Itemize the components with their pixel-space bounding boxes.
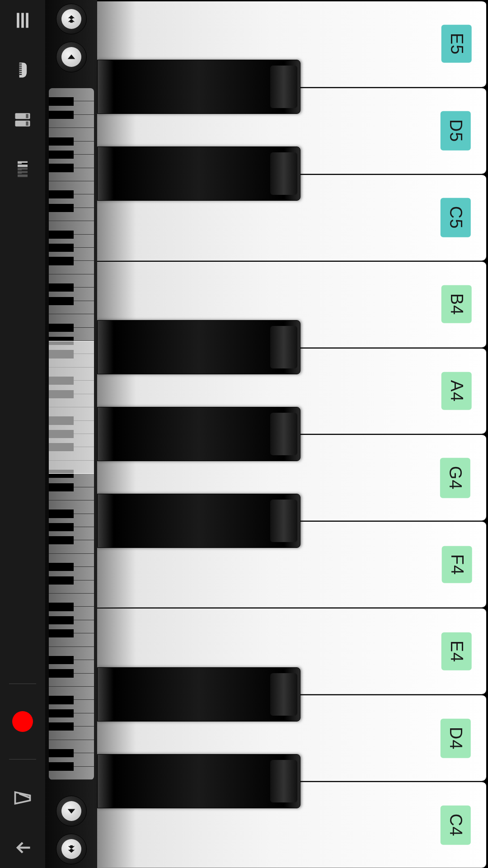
piano-keyboard: C4D4E4F4G4A4B4C5D5E5 bbox=[97, 0, 488, 868]
divider bbox=[9, 684, 36, 684]
svg-rect-6 bbox=[19, 70, 22, 71]
mini-black-key bbox=[49, 190, 74, 198]
mini-black-key bbox=[49, 603, 74, 611]
mini-white-key bbox=[49, 726, 94, 740]
menu-icon[interactable] bbox=[11, 9, 34, 32]
toolbar bbox=[0, 0, 45, 868]
mini-black-key bbox=[49, 244, 74, 252]
chevron-down-icon bbox=[61, 801, 81, 821]
double-chevron-down-icon bbox=[61, 839, 81, 859]
sound-preset-icon[interactable] bbox=[11, 108, 34, 131]
mini-black-key bbox=[49, 656, 74, 664]
svg-rect-5 bbox=[19, 68, 22, 69]
mini-white-key bbox=[49, 261, 94, 274]
svg-rect-17 bbox=[18, 175, 28, 177]
scroll-down-button[interactable] bbox=[56, 796, 87, 826]
keyboard-navigator[interactable] bbox=[49, 88, 94, 780]
mini-white-key bbox=[49, 208, 94, 221]
svg-rect-0 bbox=[26, 13, 28, 28]
svg-rect-4 bbox=[19, 66, 22, 67]
key-label: A4 bbox=[441, 372, 471, 410]
mini-black-key bbox=[49, 137, 74, 146]
mini-black-key bbox=[49, 231, 74, 239]
instrument-piano-icon[interactable] bbox=[11, 59, 34, 81]
toolbar-top-group bbox=[11, 9, 34, 181]
record-button[interactable] bbox=[12, 711, 33, 732]
svg-rect-11 bbox=[26, 114, 28, 118]
navigation-column bbox=[45, 0, 97, 868]
keyboard-mode-icon[interactable] bbox=[11, 158, 34, 181]
divider bbox=[9, 759, 36, 760]
svg-rect-14 bbox=[18, 165, 28, 167]
key-label: E5 bbox=[441, 25, 471, 63]
mini-white-key bbox=[49, 487, 94, 500]
octave-down-fast-button[interactable] bbox=[56, 834, 87, 864]
black-key-above-F4[interactable] bbox=[97, 494, 300, 547]
mini-white-key bbox=[49, 168, 94, 181]
black-key-above-C4[interactable] bbox=[97, 754, 300, 808]
key-label: F4 bbox=[441, 546, 472, 583]
mini-black-key bbox=[49, 722, 74, 731]
toolbar-bottom-group bbox=[9, 684, 36, 859]
svg-rect-18 bbox=[22, 163, 28, 164]
octave-up-fast-button[interactable] bbox=[56, 4, 87, 34]
download-icon[interactable] bbox=[11, 836, 34, 859]
mini-black-key bbox=[49, 523, 74, 531]
black-key-above-D5[interactable] bbox=[97, 60, 300, 113]
key-label: C4 bbox=[441, 805, 471, 844]
mini-black-key bbox=[49, 111, 74, 119]
black-key-above-D4[interactable] bbox=[97, 667, 300, 721]
mini-black-key bbox=[49, 669, 74, 677]
mini-black-key bbox=[49, 616, 74, 624]
key-label: G4 bbox=[440, 458, 470, 498]
mini-white-key bbox=[49, 540, 94, 553]
svg-rect-19 bbox=[22, 170, 28, 171]
double-chevron-up-icon bbox=[61, 9, 81, 29]
key-label: B4 bbox=[441, 285, 471, 323]
navigator-viewport-highlight[interactable] bbox=[49, 341, 94, 474]
mini-black-key bbox=[49, 749, 74, 757]
mini-white-key bbox=[49, 115, 94, 128]
svg-rect-3 bbox=[19, 63, 22, 65]
mini-black-key bbox=[49, 297, 74, 305]
mini-black-key bbox=[49, 576, 74, 585]
mini-white-key bbox=[49, 580, 94, 594]
key-label: D4 bbox=[441, 718, 471, 758]
mini-white-key bbox=[49, 767, 94, 780]
svg-rect-2 bbox=[17, 13, 19, 28]
mini-black-key bbox=[49, 204, 74, 212]
mini-black-key bbox=[49, 283, 74, 292]
key-label: E4 bbox=[441, 632, 471, 670]
key-label: C5 bbox=[441, 198, 471, 237]
black-key-above-C5[interactable] bbox=[97, 146, 300, 200]
mini-black-key bbox=[49, 563, 74, 571]
mini-white-key bbox=[49, 301, 94, 314]
mini-white-key bbox=[49, 633, 94, 646]
svg-rect-7 bbox=[19, 72, 22, 73]
black-key-above-G4[interactable] bbox=[97, 407, 300, 461]
svg-rect-8 bbox=[19, 74, 22, 75]
chevron-up-icon bbox=[61, 47, 81, 67]
mini-black-key bbox=[49, 629, 74, 637]
mini-black-key bbox=[49, 97, 74, 105]
svg-rect-20 bbox=[22, 173, 28, 174]
mini-black-key bbox=[49, 709, 74, 717]
mini-white-key bbox=[49, 674, 94, 687]
scroll-up-button[interactable] bbox=[56, 42, 87, 72]
svg-rect-1 bbox=[21, 13, 24, 28]
mini-black-key bbox=[49, 762, 74, 770]
mini-black-key bbox=[49, 151, 74, 159]
mini-black-key bbox=[49, 536, 74, 544]
mini-black-key bbox=[49, 324, 74, 332]
mini-black-key bbox=[49, 483, 74, 491]
key-label: D5 bbox=[441, 111, 471, 151]
mini-black-key bbox=[49, 164, 74, 172]
metronome-icon[interactable] bbox=[11, 787, 34, 809]
black-key-above-A4[interactable] bbox=[97, 320, 300, 374]
mini-black-key bbox=[49, 696, 74, 704]
mini-black-key bbox=[49, 257, 74, 265]
mini-black-key bbox=[49, 509, 74, 518]
svg-rect-12 bbox=[26, 122, 28, 126]
